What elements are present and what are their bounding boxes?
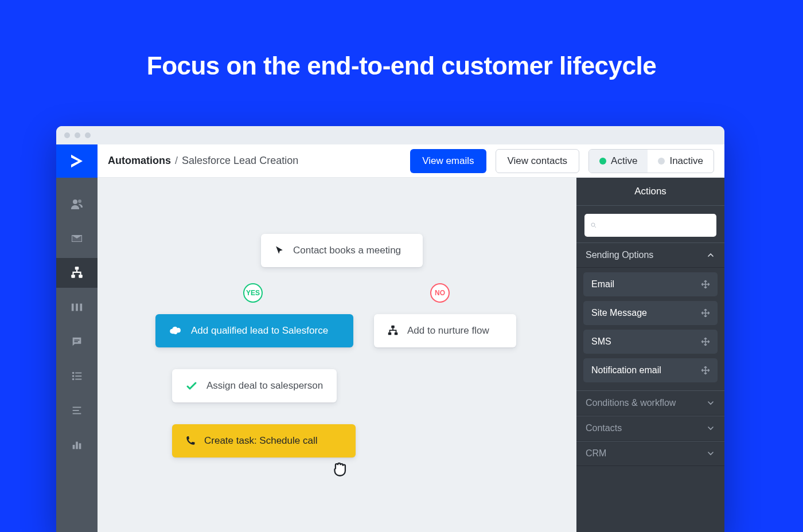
- section-contacts[interactable]: Contacts: [576, 416, 724, 441]
- window-dot: [64, 132, 70, 138]
- svg-rect-24: [395, 332, 398, 335]
- reports-icon: [71, 439, 83, 451]
- automation-canvas[interactable]: Contact books a meeting YES NO Add quali…: [98, 178, 576, 532]
- section-conditions-label: Conditions & workflow: [586, 398, 676, 408]
- flow-node-assign-label: Assign deal to salesperson: [206, 380, 323, 392]
- status-toggle[interactable]: Active Inactive: [588, 149, 714, 173]
- status-active[interactable]: Active: [589, 150, 648, 173]
- activecampaign-logo-icon: [68, 152, 85, 170]
- action-email-label: Email: [591, 279, 614, 290]
- flow-node-nurture[interactable]: Add to nurture flow: [374, 314, 516, 347]
- flow-badge-yes: YES: [243, 283, 263, 303]
- automation-branch-icon: [387, 324, 399, 337]
- action-notification-email[interactable]: Notification email: [583, 358, 718, 382]
- chevron-down-icon: [706, 398, 715, 408]
- nav-forms[interactable]: [56, 396, 98, 425]
- actions-search[interactable]: [584, 214, 716, 237]
- action-email[interactable]: Email: [583, 272, 718, 296]
- nav-deals[interactable]: [56, 292, 98, 322]
- search-icon: [590, 220, 597, 231]
- window-dot: [75, 132, 80, 138]
- move-icon: [700, 308, 711, 318]
- svg-rect-9: [74, 341, 77, 342]
- contacts-icon: [70, 197, 84, 211]
- flow-node-task[interactable]: Create task: Schedule call: [172, 424, 356, 457]
- flow-node-start-label: Contact books a meeting: [293, 245, 401, 256]
- lists-icon: [71, 370, 83, 382]
- flow-node-salesforce-label: Add qualified lead to Salesforce: [191, 325, 328, 337]
- view-emails-button[interactable]: View emails: [410, 149, 486, 173]
- nav-automations[interactable]: [56, 258, 98, 288]
- window-dot: [85, 132, 91, 138]
- svg-rect-3: [71, 275, 75, 277]
- left-nav: [56, 178, 98, 532]
- nav-contacts[interactable]: [56, 189, 98, 219]
- salesforce-icon: [168, 325, 183, 337]
- deals-icon: [71, 301, 83, 314]
- chevron-up-icon: [706, 251, 715, 260]
- section-conditions[interactable]: Conditions & workflow: [576, 390, 724, 416]
- section-sending-options[interactable]: Sending Options: [576, 242, 724, 268]
- breadcrumb[interactable]: Automations / Salesforce Lead Creation: [108, 155, 298, 167]
- window-chrome: [56, 126, 724, 144]
- automations-icon: [69, 265, 84, 280]
- status-dot-inactive-icon: [658, 158, 665, 165]
- actions-panel: Actions Sending Options Email Site Messa…: [576, 178, 724, 532]
- section-crm[interactable]: CRM: [576, 441, 724, 466]
- nav-reports[interactable]: [56, 430, 98, 460]
- svg-rect-19: [73, 445, 75, 449]
- action-sms[interactable]: SMS: [583, 330, 718, 354]
- status-dot-active-icon: [599, 158, 606, 165]
- status-active-label: Active: [611, 155, 637, 167]
- svg-rect-21: [79, 443, 81, 449]
- nav-lists[interactable]: [56, 361, 98, 391]
- email-icon: [70, 232, 84, 245]
- flow-node-start[interactable]: Contact books a meeting: [261, 234, 423, 267]
- svg-rect-22: [391, 326, 395, 328]
- app-logo[interactable]: [56, 144, 98, 178]
- svg-point-0: [73, 200, 77, 204]
- svg-rect-8: [74, 339, 79, 341]
- chevron-down-icon: [706, 449, 715, 458]
- move-icon: [700, 279, 711, 290]
- breadcrumb-sep: /: [175, 155, 178, 166]
- hero-title: Focus on the end-to-end customer lifecyc…: [0, 0, 803, 80]
- action-site-message[interactable]: Site Message: [583, 301, 718, 325]
- svg-point-25: [591, 223, 595, 226]
- svg-rect-11: [75, 373, 81, 374]
- move-icon: [700, 337, 711, 347]
- svg-rect-5: [72, 304, 74, 311]
- actions-search-input[interactable]: [602, 221, 711, 230]
- action-site-message-label: Site Message: [591, 308, 647, 318]
- flow-node-assign[interactable]: Assign deal to salesperson: [172, 369, 337, 402]
- svg-rect-2: [75, 267, 79, 269]
- svg-rect-15: [75, 379, 81, 380]
- nav-email[interactable]: [56, 224, 98, 253]
- svg-rect-23: [388, 332, 392, 335]
- breadcrumb-root[interactable]: Automations: [108, 155, 171, 166]
- action-notification-email-label: Notification email: [591, 365, 661, 375]
- svg-rect-13: [75, 375, 81, 377]
- grab-cursor-icon: [330, 459, 349, 478]
- svg-point-12: [72, 375, 75, 377]
- flow-node-task-label: Create task: Schedule call: [204, 435, 318, 447]
- flow-node-salesforce[interactable]: Add qualified lead to Salesforce: [155, 314, 353, 347]
- svg-rect-16: [73, 407, 81, 408]
- conversations-icon: [71, 335, 83, 348]
- status-inactive-label: Inactive: [669, 155, 703, 167]
- view-contacts-button[interactable]: View contacts: [496, 149, 580, 173]
- svg-point-1: [78, 200, 81, 203]
- check-icon: [185, 379, 198, 393]
- chevron-down-icon: [706, 424, 715, 433]
- flow-badge-no: NO: [430, 283, 450, 303]
- section-contacts-label: Contacts: [586, 423, 622, 433]
- svg-rect-6: [76, 304, 78, 311]
- actions-panel-title: Actions: [576, 178, 724, 206]
- section-crm-label: CRM: [586, 448, 606, 459]
- app-window: Automations / Salesforce Lead Creation V…: [56, 126, 724, 532]
- action-sms-label: SMS: [591, 337, 611, 347]
- nav-conversations[interactable]: [56, 327, 98, 357]
- flow-connectors: [98, 178, 270, 264]
- svg-rect-20: [76, 442, 78, 449]
- status-inactive[interactable]: Inactive: [648, 150, 714, 173]
